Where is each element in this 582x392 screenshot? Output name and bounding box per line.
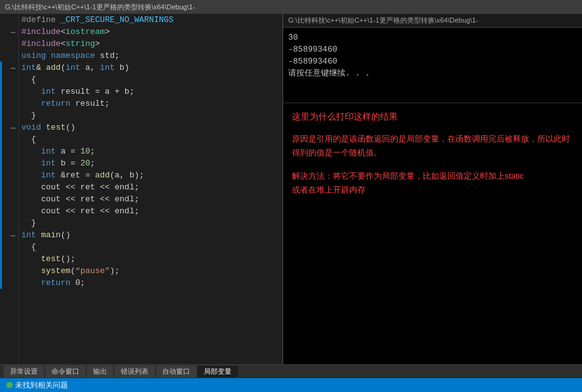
code-line-1: #define _CRT_SECURE_NO_WARNINGS bbox=[19, 14, 283, 26]
token-normal: { bbox=[21, 241, 36, 253]
token-kw: return bbox=[21, 277, 70, 289]
gutter-cell-9 bbox=[0, 109, 18, 121]
token-normal: b) bbox=[115, 62, 129, 74]
token-type: int bbox=[21, 157, 56, 169]
token-normal: a, bbox=[81, 62, 100, 74]
token-normal: &ret = bbox=[56, 169, 95, 181]
status-bar: 未找到相关问题 bbox=[0, 378, 582, 392]
gutter-cell-19: − bbox=[0, 229, 18, 241]
gutter-cell-18 bbox=[0, 217, 18, 229]
token-normal: (a, b); bbox=[109, 169, 144, 181]
token-normal: { bbox=[21, 133, 36, 145]
token-normal: ; bbox=[90, 145, 95, 157]
gutter-cell-2: − bbox=[0, 26, 18, 38]
code-line-16: cout << ret << endl; bbox=[19, 193, 283, 205]
gutter-cell-3 bbox=[0, 38, 18, 50]
solution-line-1: 或者在堆上开辟内存 bbox=[292, 185, 366, 194]
token-type: int bbox=[21, 62, 36, 74]
token-fn: main bbox=[41, 229, 60, 241]
token-type: int bbox=[21, 169, 56, 181]
token-normal: cout << ret << endl; bbox=[21, 193, 139, 205]
token-fn: system bbox=[21, 265, 70, 277]
token-pp-val: _CRT_SECURE_NO_WARNINGS bbox=[60, 14, 173, 26]
bottom-tab-输出[interactable]: 输出 bbox=[87, 366, 113, 378]
code-line-4: using namespace std; bbox=[19, 50, 283, 62]
code-line-21: test(); bbox=[19, 253, 283, 265]
token-fn: add bbox=[46, 62, 60, 74]
status-green-dot bbox=[6, 382, 13, 388]
code-content: −−−− #define _CRT_SECURE_NO_WARNINGS#inc… bbox=[0, 14, 283, 364]
token-angle: iostream bbox=[65, 26, 104, 38]
gutter-cell-22 bbox=[0, 265, 18, 277]
token-pp: #define bbox=[21, 14, 60, 26]
terminal-line: -858993460 bbox=[288, 43, 577, 55]
terminal-output: 30-858993460-858993460请按任意键继续. . . bbox=[283, 28, 582, 103]
code-line-12: int a = 10; bbox=[19, 145, 283, 157]
token-normal: 0; bbox=[70, 277, 85, 289]
bottom-tab-异常设置[interactable]: 异常设置 bbox=[4, 366, 44, 378]
token-type: int bbox=[21, 145, 56, 157]
annotation-solution: 解决方法：将它不要作为局部变量，比如返回值定义时加上static或者在堆上开辟内… bbox=[292, 169, 573, 197]
token-kw: return bbox=[21, 98, 70, 109]
terminal-line: -858993460 bbox=[288, 55, 577, 67]
code-line-20: { bbox=[19, 241, 283, 253]
gutter-cell-20 bbox=[0, 241, 18, 253]
status-no-issues: 未找到相关问题 bbox=[6, 380, 68, 391]
annotation-answer: 原因是引用的是该函数返回的是局部变量，在函数调用完后被释放，所以此时得到的值是一… bbox=[292, 132, 573, 160]
token-normal: result; bbox=[70, 98, 109, 109]
token-normal: cout << ret << endl; bbox=[21, 181, 139, 193]
gutter-cell-11 bbox=[0, 133, 18, 145]
code-editor: −−−− #define _CRT_SECURE_NO_WARNINGS#inc… bbox=[0, 14, 283, 364]
code-line-13: int b = 20; bbox=[19, 157, 283, 169]
token-normal bbox=[41, 121, 46, 133]
gutter-cell-14 bbox=[0, 169, 18, 181]
code-line-5: int& add(int a, int b) bbox=[19, 62, 283, 74]
token-include: #include bbox=[21, 26, 60, 38]
bottom-tab-局部变量[interactable]: 局部变量 bbox=[198, 366, 238, 378]
code-line-18: } bbox=[19, 217, 283, 229]
gutter-cell-13 bbox=[0, 157, 18, 169]
token-normal: > bbox=[95, 38, 100, 50]
gutter-cell-21 bbox=[0, 253, 18, 265]
gutter-cell-6 bbox=[0, 74, 18, 86]
right-panel: G:\比特科技\c++\初始C++\1-1更严格的类型转换\x64\Debug\… bbox=[283, 14, 582, 364]
token-normal: } bbox=[21, 217, 36, 229]
code-line-3: #include<string> bbox=[19, 38, 283, 50]
top-bar-path: G:\比特科技\c++\初始C++\1-1更严格的类型转换\x64\Debug\… bbox=[5, 3, 195, 12]
token-include: #include bbox=[21, 38, 60, 50]
bottom-tab-命令窗口[interactable]: 命令窗口 bbox=[45, 366, 86, 378]
top-bar: G:\比特科技\c++\初始C++\1-1更严格的类型转换\x64\Debug\… bbox=[0, 0, 582, 14]
code-line-11: { bbox=[19, 133, 283, 145]
code-line-14: int &ret = add(a, b); bbox=[19, 169, 283, 181]
bottom-tab-自动窗口[interactable]: 自动窗口 bbox=[156, 366, 196, 378]
gutter: −−−− bbox=[0, 14, 19, 364]
token-fn: test bbox=[46, 121, 65, 133]
gutter-cell-17 bbox=[0, 205, 18, 217]
token-normal: > bbox=[105, 26, 110, 38]
code-line-6: { bbox=[19, 74, 283, 86]
gutter-cell-15 bbox=[0, 181, 18, 193]
gutter-cell-5: − bbox=[0, 62, 18, 74]
token-type: int bbox=[100, 62, 115, 74]
token-normal: & bbox=[36, 62, 46, 74]
bottom-tabs-bar: 异常设置命令窗口输出错误列表自动窗口局部变量 bbox=[0, 364, 582, 378]
gutter-cell-12 bbox=[0, 145, 18, 157]
token-normal: a = bbox=[56, 145, 81, 157]
code-line-7: int result = a + b; bbox=[19, 86, 283, 98]
gutter-cell-1 bbox=[0, 14, 18, 26]
token-normal: result = a + b; bbox=[56, 86, 135, 98]
token-normal: cout << ret << endl; bbox=[21, 205, 139, 217]
token-normal: ( bbox=[70, 265, 76, 277]
gutter-cell-10: − bbox=[0, 121, 18, 133]
gutter-cell-4 bbox=[0, 50, 18, 62]
gutter-cell-16 bbox=[0, 193, 18, 205]
terminal-title: G:\比特科技\c++\初始C++\1-1更严格的类型转换\x64\Debug\… bbox=[288, 16, 478, 25]
token-normal: () bbox=[65, 121, 76, 133]
token-normal: { bbox=[21, 74, 36, 86]
code-line-10: void test() bbox=[19, 121, 283, 133]
bottom-tab-错误列表[interactable]: 错误列表 bbox=[115, 366, 155, 378]
token-kw: using namespace bbox=[21, 50, 100, 62]
token-type: int bbox=[21, 229, 36, 241]
token-normal: ; bbox=[90, 157, 95, 169]
status-no-issues-label: 未找到相关问题 bbox=[15, 380, 68, 391]
